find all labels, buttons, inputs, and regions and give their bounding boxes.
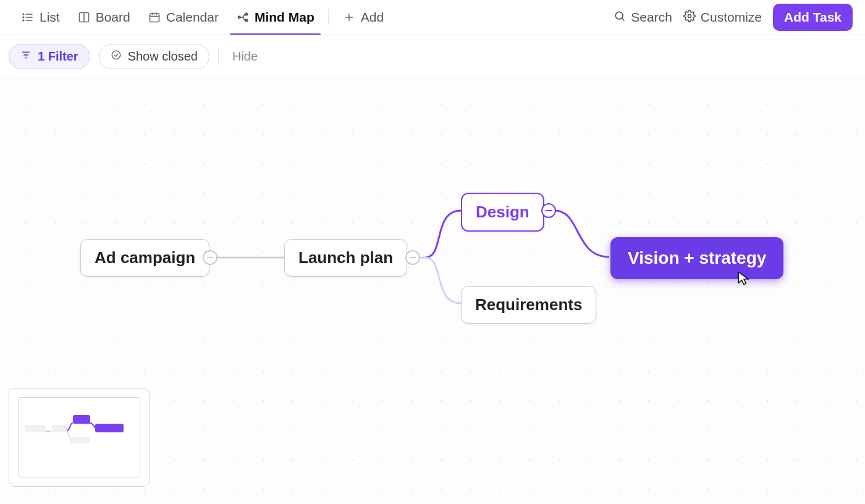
mindmap-canvas[interactable]: Ad campaign Launch plan Design Requireme… — [0, 78, 865, 504]
node-design[interactable]: Design — [461, 193, 544, 232]
minimap-viewport — [18, 397, 140, 477]
svg-rect-8 — [150, 14, 159, 22]
minimap-node — [69, 437, 90, 443]
minimap-node — [52, 425, 67, 432]
filterbar-divider — [218, 48, 219, 65]
tab-add-view[interactable]: Add — [334, 0, 392, 35]
tab-calendar[interactable]: Calendar — [139, 0, 227, 35]
top-tab-bar: List Board Calendar Mind Map Add — [0, 0, 865, 35]
filter-icon — [20, 49, 32, 64]
minimap-node — [25, 425, 46, 432]
svg-point-4 — [23, 17, 24, 18]
minimap[interactable] — [9, 388, 150, 487]
filter-chip-label: 1 Filter — [38, 49, 78, 64]
svg-point-13 — [245, 13, 247, 15]
node-design-label: Design — [476, 203, 530, 221]
svg-point-19 — [688, 14, 691, 17]
check-circle-icon — [111, 49, 122, 64]
show-closed-chip[interactable]: Show closed — [99, 44, 209, 69]
search-button[interactable]: Search — [614, 10, 672, 25]
list-icon — [21, 10, 35, 24]
topbar-right: Search Customize Add Task — [614, 4, 853, 31]
calendar-icon — [148, 10, 161, 24]
node-launch-plan[interactable]: Launch plan — [284, 239, 407, 277]
svg-point-17 — [616, 12, 623, 19]
tab-divider — [328, 9, 329, 25]
collapse-launch-plan[interactable] — [405, 250, 420, 265]
hide-button[interactable]: Hide — [227, 49, 263, 64]
add-task-button[interactable]: Add Task — [773, 4, 853, 31]
gear-icon — [683, 10, 696, 25]
filter-bar: 1 Filter Show closed Hide — [0, 35, 865, 78]
svg-line-18 — [622, 18, 625, 20]
svg-point-3 — [23, 14, 24, 15]
svg-point-23 — [112, 51, 120, 59]
plus-icon — [342, 10, 356, 24]
mindmap-icon — [236, 10, 250, 24]
tab-board-label: Board — [96, 10, 130, 25]
collapse-design[interactable] — [541, 203, 556, 218]
customize-button[interactable]: Customize — [683, 10, 762, 25]
svg-point-12 — [238, 16, 240, 18]
node-launch-plan-label: Launch plan — [298, 248, 393, 267]
search-icon — [614, 10, 626, 25]
board-icon — [77, 10, 91, 24]
tab-mind-map[interactable]: Mind Map — [227, 0, 323, 35]
node-ad-campaign-label: Ad campaign — [95, 248, 195, 267]
node-vision-strategy-label: Vision + strategy — [628, 248, 766, 267]
view-tabs: List Board Calendar Mind Map Add — [12, 0, 392, 35]
tab-board[interactable]: Board — [69, 0, 139, 35]
svg-point-5 — [23, 20, 24, 21]
node-requirements-label: Requirements — [475, 295, 582, 314]
tab-list[interactable]: List — [12, 0, 69, 35]
svg-point-14 — [245, 19, 247, 21]
show-closed-label: Show closed — [128, 49, 198, 64]
customize-label: Customize — [701, 10, 762, 25]
node-requirements[interactable]: Requirements — [461, 286, 596, 324]
minimap-node — [95, 424, 124, 432]
tab-add-view-label: Add — [361, 10, 384, 25]
node-vision-strategy[interactable]: Vision + strategy — [610, 237, 783, 279]
tab-list-label: List — [40, 10, 60, 25]
node-ad-campaign[interactable]: Ad campaign — [80, 239, 209, 277]
collapse-ad-campaign[interactable] — [203, 250, 217, 265]
filter-chip[interactable]: 1 Filter — [9, 44, 90, 69]
tab-mind-map-label: Mind Map — [255, 10, 314, 25]
minimap-node — [73, 415, 90, 424]
search-label: Search — [631, 10, 672, 25]
tab-calendar-label: Calendar — [166, 10, 219, 25]
